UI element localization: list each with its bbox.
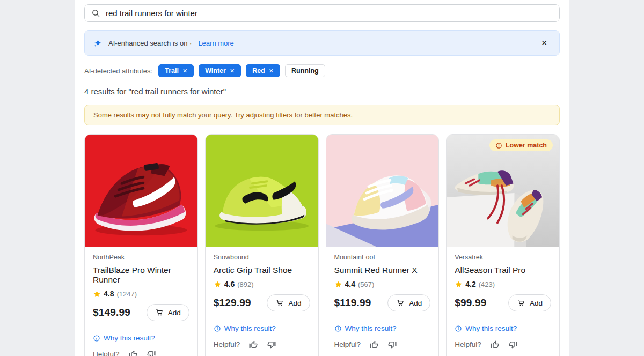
learn-more-link[interactable]: Learn more	[198, 39, 233, 47]
product-price: $119.99	[334, 297, 371, 309]
product-rating: 4.8 (1247)	[93, 290, 189, 298]
add-to-cart-button[interactable]: Add	[147, 304, 189, 321]
thumbs-up-icon	[490, 340, 500, 350]
rating-value: 4.8	[104, 290, 114, 298]
thumbs-down-button[interactable]	[387, 340, 397, 350]
thumbs-up-icon	[248, 340, 258, 350]
close-icon: ✕	[541, 39, 547, 47]
product-info: MountainFoot Summit Red Runner X 4.4 (56…	[326, 247, 439, 356]
helpful-row: Helpful?	[455, 340, 551, 350]
ai-banner-message: AI-enhanced search is on ·	[108, 39, 192, 47]
search-icon	[91, 9, 100, 18]
thumbs-down-icon	[267, 340, 276, 350]
product-brand: MountainFoot	[334, 254, 431, 261]
chip-running[interactable]: Running	[285, 64, 325, 77]
thumbs-down-icon	[387, 340, 397, 350]
product-title[interactable]: Summit Red Runner X	[334, 265, 431, 275]
rating-value: 4.2	[465, 280, 475, 288]
search-input[interactable]	[106, 9, 553, 18]
cart-icon	[396, 299, 405, 307]
why-label: Why this result?	[224, 324, 276, 332]
product-image[interactable]	[326, 135, 439, 247]
product-info: Versatrek AllSeason Trail Pro 4.2 (423) …	[447, 247, 559, 356]
add-to-cart-button[interactable]: Add	[508, 294, 551, 312]
lower-match-badge: Lower match	[489, 139, 553, 151]
add-to-cart-button[interactable]: Add	[267, 294, 310, 312]
product-card: MountainFoot Summit Red Runner X 4.4 (56…	[326, 134, 440, 356]
info-icon	[214, 325, 221, 332]
helpful-row: Helpful?	[93, 350, 189, 356]
helpful-row: Helpful?	[214, 340, 310, 350]
thumbs-down-button[interactable]	[267, 340, 276, 350]
product-brand: Versatrek	[455, 254, 551, 261]
cart-icon	[275, 299, 284, 307]
why-this-result-link[interactable]: Why this result?	[93, 334, 155, 342]
thumbs-up-button[interactable]	[248, 340, 258, 350]
star-icon	[455, 280, 463, 288]
thumbs-up-icon	[369, 340, 379, 350]
product-title[interactable]: Arctic Grip Trail Shoe	[214, 265, 310, 275]
info-icon	[93, 335, 100, 342]
review-count: (567)	[358, 280, 374, 288]
product-rating: 4.6 (892)	[214, 280, 310, 288]
why-this-result-link[interactable]: Why this result?	[455, 324, 517, 332]
product-title[interactable]: TrailBlaze Pro Winter Runner	[93, 265, 189, 285]
add-label: Add	[288, 299, 301, 307]
ai-sparkle-icon	[93, 39, 103, 48]
chip-red[interactable]: Red ✕	[246, 64, 280, 77]
banner-close-button[interactable]: ✕	[538, 36, 551, 49]
helpful-label: Helpful?	[455, 340, 481, 348]
thumbs-down-icon	[147, 350, 156, 356]
chip-label: Winter	[205, 67, 226, 75]
info-icon	[455, 325, 462, 332]
chip-label: Running	[291, 67, 319, 75]
product-brand: Snowbound	[214, 254, 310, 261]
chip-remove-icon[interactable]: ✕	[230, 68, 235, 74]
product-image[interactable]	[206, 135, 318, 247]
product-image[interactable]: Lower match	[447, 135, 559, 247]
add-label: Add	[168, 309, 181, 317]
red-runner-illustration	[85, 135, 197, 247]
attributes-row: AI-detected attributes: Trail ✕ Winter ✕…	[84, 64, 560, 77]
thumbs-up-button[interactable]	[490, 340, 500, 350]
add-label: Add	[530, 299, 543, 307]
chip-remove-icon[interactable]: ✕	[269, 68, 274, 74]
rating-value: 4.6	[224, 280, 235, 288]
star-icon	[93, 290, 101, 298]
star-icon	[334, 280, 342, 288]
chip-label: Trail	[165, 67, 179, 75]
product-title[interactable]: AllSeason Trail Pro	[455, 265, 551, 275]
why-label: Why this result?	[345, 324, 397, 332]
why-this-result-link[interactable]: Why this result?	[334, 324, 397, 332]
helpful-label: Helpful?	[93, 350, 120, 356]
card-divider	[334, 318, 431, 318]
thumbs-down-button[interactable]	[508, 340, 518, 350]
review-count: (423)	[479, 280, 495, 288]
volt-shoe-illustration	[206, 135, 318, 247]
product-card: NorthPeak TrailBlaze Pro Winter Runner 4…	[84, 134, 198, 356]
chip-trail[interactable]: Trail ✕	[158, 64, 194, 77]
thumbs-down-button[interactable]	[147, 350, 156, 356]
card-divider	[93, 328, 189, 328]
product-info: Snowbound Arctic Grip Trail Shoe 4.6 (89…	[206, 247, 318, 356]
product-card: Lower match Versatrek AllSeason Trail Pr…	[446, 134, 560, 356]
product-price: $149.99	[93, 307, 130, 318]
chip-remove-icon[interactable]: ✕	[182, 68, 187, 74]
why-this-result-link[interactable]: Why this result?	[214, 324, 276, 332]
cart-icon	[155, 308, 164, 317]
card-divider	[455, 318, 551, 318]
thumbs-down-icon	[508, 340, 518, 350]
product-brand: NorthPeak	[93, 254, 189, 261]
multicolor-sneakers-illustration	[447, 135, 559, 247]
search-bar	[84, 4, 560, 22]
search-results-page: AI-enhanced search is on · Learn more ✕ …	[75, 0, 569, 356]
thumbs-up-button[interactable]	[128, 350, 138, 356]
add-to-cart-button[interactable]: Add	[387, 294, 430, 312]
lower-match-label: Lower match	[506, 142, 547, 149]
product-image[interactable]	[85, 135, 197, 247]
helpful-label: Helpful?	[334, 340, 361, 348]
chip-winter[interactable]: Winter ✕	[199, 64, 241, 77]
thumbs-up-button[interactable]	[369, 340, 379, 350]
product-rating: 4.4 (567)	[334, 280, 431, 288]
ai-enhanced-banner: AI-enhanced search is on · Learn more ✕	[84, 30, 560, 56]
